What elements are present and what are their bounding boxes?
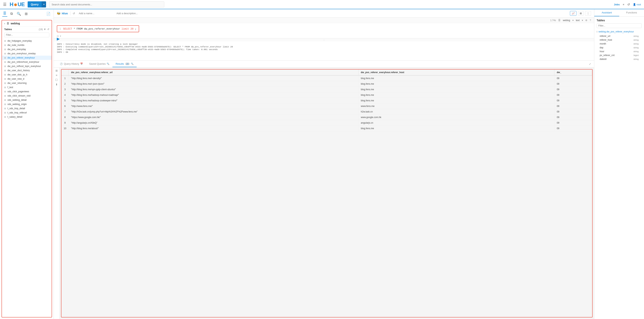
table-list-item[interactable]: ⊟ods_weblog_detail xyxy=(2,98,52,102)
tab-functions[interactable]: Functions xyxy=(619,9,644,16)
table-list-item[interactable]: ⊟dw_pvs_refererhost_everyhour xyxy=(2,60,52,64)
help-icon[interactable]: ? xyxy=(590,19,591,22)
field-type: string xyxy=(634,39,639,41)
download-icon[interactable]: ⬇ xyxy=(56,83,58,86)
db-icon-small: 🗄 xyxy=(558,19,560,22)
back-button[interactable]: ‹ xyxy=(4,22,5,25)
query-desc-input[interactable] xyxy=(115,11,568,16)
table-list-item[interactable]: ⊟ods_click_pageviews xyxy=(2,90,52,94)
field-name: day xyxy=(600,46,634,49)
field-name: referer_url xyxy=(600,35,634,38)
grid-view-icon[interactable]: ⊞ xyxy=(56,69,58,72)
table-list-item[interactable]: ⊟dw_pvs_everyday xyxy=(2,47,52,52)
tab-results[interactable]: Results 20 🔍 xyxy=(112,61,137,67)
tab-saved-queries[interactable]: Saved Queries 🔍 xyxy=(86,61,112,67)
type-dropdown-icon[interactable]: ▾ xyxy=(582,19,583,22)
refresh-tables-icon[interactable]: ↺ xyxy=(47,28,49,31)
field-type: string xyxy=(634,46,639,49)
chart-btn[interactable]: 📈 xyxy=(570,11,576,16)
table-list-item[interactable]: ⊟dw_oute_numbs xyxy=(2,43,52,47)
table-list-item[interactable]: ⊟dw_user_returning xyxy=(2,81,52,85)
history-icon[interactable]: ↺ xyxy=(627,3,630,6)
right-filter-input[interactable] xyxy=(596,24,642,28)
field-name: hour xyxy=(600,50,634,53)
cell-host: blog.fens.me xyxy=(358,98,554,104)
table-list-item[interactable]: ⊟dw_pvs_referer_everyhour xyxy=(2,56,52,60)
search-input[interactable] xyxy=(49,1,164,8)
tab-assistant[interactable]: Assistant xyxy=(594,9,619,16)
grid-icon[interactable]: ⊞ xyxy=(24,11,28,17)
filter-icon[interactable]: ▼ xyxy=(44,28,46,31)
chevron-down-icon[interactable]: ▾ xyxy=(60,35,61,38)
field-name: datestr xyxy=(600,58,634,60)
table-list-item[interactable]: ⊟dw_pvs_everyhour_oneday xyxy=(2,52,52,56)
database-icon[interactable]: 🗄 xyxy=(2,11,7,17)
field-type: string xyxy=(634,35,639,37)
more-btn[interactable]: ⋮ xyxy=(585,11,591,16)
expand-icon[interactable]: ⤢ xyxy=(589,62,591,66)
search-icon[interactable]: 🔍 xyxy=(16,11,22,17)
table-row-icon: ⊟ xyxy=(4,69,6,72)
table-row-icon: ⊟ xyxy=(4,48,6,51)
col-url: dw_pvs_referer_everyhour.referer_url xyxy=(69,70,358,76)
assistant-content: Tables ℹ weblog.dw_pvs_referer_everyhour… xyxy=(594,16,644,319)
query-name-input[interactable] xyxy=(77,11,113,16)
table-list-item[interactable]: ⊟dw_user_dstc_ip_h xyxy=(2,72,52,77)
query-button-group[interactable]: Query ▾ xyxy=(28,1,46,8)
add-document-icon[interactable]: 📄 xyxy=(46,11,51,17)
line-number: 1 xyxy=(60,28,61,30)
table-row: 9 "http://angularjs.cn/A0eQ" angularjs.c… xyxy=(62,120,592,126)
table-row-icon: ⊟ xyxy=(4,112,6,114)
table-list-item[interactable]: ⊟dw_hotpages_everyday xyxy=(2,39,52,43)
table-list-item[interactable]: ⊟t_ods_tmp_referurl xyxy=(2,110,52,115)
table-list-item[interactable]: ⊟t_salary_detail xyxy=(2,115,52,119)
log-area: INFO : Concurrency mode is disabled, not… xyxy=(54,42,594,61)
checkbox-icon[interactable]: ☐ xyxy=(55,78,58,82)
row-view-icon[interactable]: ≡ xyxy=(56,74,57,77)
db-dropdown-icon[interactable]: ▾ xyxy=(572,19,574,22)
table-list-item[interactable]: ⊟f_test xyxy=(2,85,52,90)
copy-icon[interactable]: ⧉ xyxy=(10,11,14,16)
database-panel: ‹ 🗄 weblog Tables (19) ▼ ↺ ⊟dw_hotpages_… xyxy=(2,20,52,318)
table-row: 7 "http://h2w.iask.cn/jump.php?url=http%… xyxy=(62,109,592,114)
cell-url: "http://blog.fens.me/r-json-rjson/" xyxy=(69,81,358,87)
table-list-item[interactable]: ⊟t_ods_tmp_detail xyxy=(2,106,52,110)
field-name: month xyxy=(600,42,634,45)
table-list-item[interactable]: ⊟dw_user_dsct_history xyxy=(2,68,52,72)
cell-url: "http://www.fens.me/" xyxy=(69,104,358,109)
table-filter-input[interactable] xyxy=(4,33,49,37)
table-list-item[interactable]: ⊟ods_click_stream_visit xyxy=(2,94,52,98)
type-selector[interactable]: text xyxy=(576,19,580,22)
jobs-link[interactable]: Jobs xyxy=(614,3,620,6)
sql-editor[interactable]: 1 SELECT * FROM dw_pvs_referer_everyhour… xyxy=(57,25,139,32)
cell-val: 09 xyxy=(554,109,592,114)
refresh-icon[interactable]: ↺ xyxy=(73,12,75,15)
table-row-icon: ⊟ xyxy=(4,86,6,89)
table-list-item[interactable]: ⊟dw_pvs_refhost_topn_everyhour xyxy=(2,64,52,68)
field-row: hourstring xyxy=(596,50,642,53)
db-icon: 🗄 xyxy=(7,22,9,25)
cell-val: 09 xyxy=(554,120,592,126)
cell-val: 09 xyxy=(554,104,592,109)
table-view-btn[interactable]: ⊞ xyxy=(578,11,584,16)
editor-area[interactable]: 1 SELECT * FROM dw_pvs_referer_everyhour… xyxy=(54,23,594,38)
query-main-button[interactable]: Query xyxy=(28,1,42,8)
tab-query-history[interactable]: 🕐 Query History 📅 xyxy=(57,61,86,67)
table-list-item[interactable]: ⊟dw_user_new_d xyxy=(2,77,52,81)
row-num: 4 xyxy=(62,92,69,98)
hamburger-menu[interactable]: ☰ xyxy=(3,2,6,7)
log-line: INFO : Concurrency mode is disabled, not… xyxy=(57,43,591,45)
sidebar-icon-bar: 🗄 ⧉ 🔍 ⊞ 📄 xyxy=(0,9,54,18)
table-list-item[interactable]: ⊟ods_weblog_origin xyxy=(2,102,52,106)
user-menu[interactable]: 👤 root xyxy=(633,3,641,6)
cell-val: 09 xyxy=(554,81,592,87)
logo: H●UE xyxy=(10,1,24,8)
db-selector[interactable]: weblog xyxy=(563,19,570,22)
cell-url: "http://h2w.iask.cn/jump.php?url=http%3A… xyxy=(69,109,358,114)
nav-right: Jobs ≡ ↺ 👤 root xyxy=(614,3,641,6)
main-layout: 🗄 ⧉ 🔍 ⊞ 📄 ‹ 🗄 weblog Tables (19) ▼ ↺ xyxy=(0,9,644,319)
results-with-controls: ⊞ ≡ ☐ ⬇ dw_pvs_referer_everyhour.referer… xyxy=(54,68,594,319)
query-dropdown-button[interactable]: ▾ xyxy=(42,1,46,8)
settings-icon[interactable]: ⚙ xyxy=(585,19,588,22)
table-tree-name[interactable]: weblog.dw_pvs_referer_everyhour xyxy=(598,30,634,33)
